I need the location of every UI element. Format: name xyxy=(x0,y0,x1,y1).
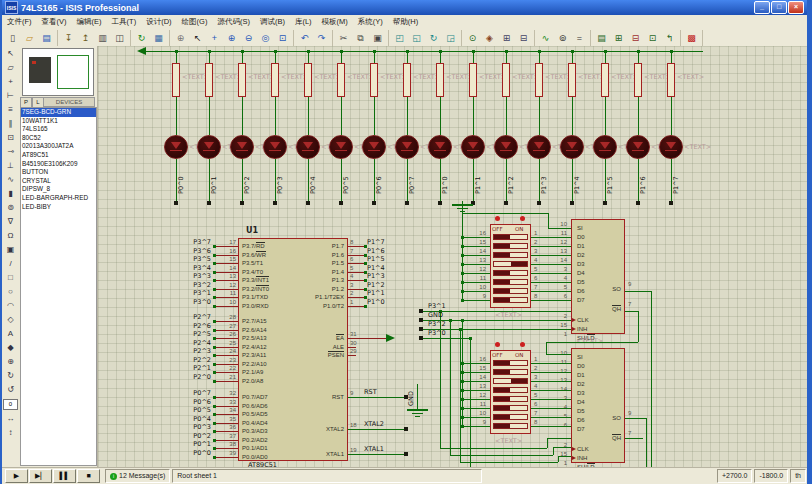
paste-icon[interactable]: ▣ xyxy=(369,30,386,46)
wire[interactable] xyxy=(531,237,571,238)
wire[interactable] xyxy=(548,213,549,228)
wire[interactable] xyxy=(651,291,652,468)
menu-m[interactable]: 模板(M) xyxy=(317,16,353,28)
print-icon[interactable]: ▥ xyxy=(94,30,111,46)
refresh-display-icon[interactable]: ↻ xyxy=(133,30,150,46)
component-mode-icon[interactable]: ▱ xyxy=(4,61,17,74)
wire[interactable] xyxy=(572,51,573,63)
dip-switch-slot[interactable] xyxy=(493,414,528,420)
mark-output-area-icon[interactable]: ◫ xyxy=(111,30,128,46)
dip-switch-slot[interactable] xyxy=(493,297,528,303)
dip-switch-slot[interactable] xyxy=(493,270,528,276)
menu-y[interactable]: 系统(Y) xyxy=(353,16,388,28)
packaging-tool-icon[interactable]: ⊞ xyxy=(498,30,515,46)
wire[interactable] xyxy=(671,97,672,135)
save-file-icon[interactable]: ▤ xyxy=(38,30,55,46)
block-delete-icon[interactable]: ◲ xyxy=(442,30,459,46)
goto-sheet-icon[interactable]: ⊡ xyxy=(644,30,661,46)
wire[interactable] xyxy=(473,97,474,135)
wire[interactable] xyxy=(558,456,571,457)
wire[interactable] xyxy=(625,311,638,312)
new-file-icon[interactable]: ▯ xyxy=(4,30,21,46)
menu-l[interactable]: 库(L) xyxy=(290,16,317,28)
zoom-in-icon[interactable]: ⊕ xyxy=(223,30,240,46)
led-indicator[interactable] xyxy=(197,135,221,159)
menu-t[interactable]: 工具(T) xyxy=(107,16,142,28)
wire[interactable] xyxy=(462,246,490,247)
power-terminal[interactable] xyxy=(386,334,395,342)
mirror-vertical-icon[interactable]: ↕ xyxy=(4,426,17,439)
wire[interactable] xyxy=(462,206,463,300)
wire[interactable] xyxy=(531,390,571,391)
dip-switch-slot[interactable] xyxy=(493,405,528,411)
wire[interactable] xyxy=(553,447,571,448)
resistor[interactable] xyxy=(634,63,642,97)
menu-e[interactable]: 编辑(E) xyxy=(72,16,107,28)
wire[interactable] xyxy=(374,97,375,135)
device-item[interactable]: LED-BARGRAPH-RED xyxy=(21,194,96,203)
wire[interactable] xyxy=(462,273,490,274)
wire[interactable] xyxy=(275,97,276,135)
property-assignment-icon[interactable]: = xyxy=(571,30,588,46)
wire[interactable] xyxy=(638,51,639,63)
wire[interactable] xyxy=(539,97,540,135)
led-indicator[interactable] xyxy=(659,135,683,159)
wire[interactable] xyxy=(548,228,571,229)
pick-parts-icon[interactable]: ⊙ xyxy=(464,30,481,46)
block-copy-icon[interactable]: ◰ xyxy=(391,30,408,46)
led-indicator[interactable] xyxy=(428,135,452,159)
open-folder-icon[interactable]: ▱ xyxy=(21,30,38,46)
junction-dot-mode-icon[interactable]: + xyxy=(4,75,17,88)
wire[interactable] xyxy=(531,264,571,265)
wire[interactable] xyxy=(605,97,606,135)
wire[interactable] xyxy=(462,381,490,382)
device-item[interactable]: CRYSTAL xyxy=(21,177,96,186)
2d-symbol-mode-icon[interactable]: ◆ xyxy=(4,341,17,354)
dip-switch-slot[interactable] xyxy=(493,288,528,294)
minimize-button[interactable]: _ xyxy=(754,1,770,14)
wire[interactable] xyxy=(460,329,461,462)
device-item[interactable]: 02013A300JAT2A xyxy=(21,142,96,151)
resistor[interactable] xyxy=(172,63,180,97)
led-indicator[interactable] xyxy=(164,135,188,159)
dip-switch-slot[interactable] xyxy=(493,279,528,285)
make-device-icon[interactable]: ◈ xyxy=(481,30,498,46)
decompose-icon[interactable]: ⊟ xyxy=(515,30,532,46)
dip-switch-slot[interactable] xyxy=(493,396,528,402)
pan-view-icon[interactable]: + xyxy=(206,30,223,46)
wire[interactable] xyxy=(531,417,571,418)
copy-icon[interactable]: ⧉ xyxy=(352,30,369,46)
wire[interactable] xyxy=(308,51,309,63)
wire[interactable] xyxy=(546,354,571,355)
dip-switch-slot[interactable] xyxy=(493,369,528,375)
resistor[interactable] xyxy=(370,63,378,97)
wire[interactable] xyxy=(450,320,451,455)
maximize-button[interactable]: □ xyxy=(771,1,787,14)
electrical-rule-check-icon[interactable]: ▩ xyxy=(683,30,700,46)
stop-button[interactable]: ■ xyxy=(77,469,100,483)
message-indicator[interactable]: i12 Message(s) xyxy=(105,469,170,483)
menu-b[interactable]: 调试(B) xyxy=(255,16,290,28)
wire[interactable] xyxy=(531,300,571,301)
resistor[interactable] xyxy=(436,63,444,97)
text-script-mode-icon[interactable]: ≡ xyxy=(4,103,17,116)
wire[interactable] xyxy=(625,438,643,439)
select-cursor-icon[interactable]: ↖ xyxy=(189,30,206,46)
schematic-overview[interactable] xyxy=(22,48,94,96)
wire[interactable] xyxy=(341,97,342,135)
cut-icon[interactable]: ✂ xyxy=(335,30,352,46)
menu-g[interactable]: 绘图(G) xyxy=(177,16,213,28)
dip-switch-slot[interactable] xyxy=(493,243,528,249)
terminal-mode-icon[interactable]: ⊸ xyxy=(4,145,17,158)
device-item[interactable]: BUTTON xyxy=(21,168,96,177)
wire[interactable] xyxy=(531,273,571,274)
rotate-clockwise-icon[interactable]: ↻ xyxy=(4,369,17,382)
menu-h[interactable]: 帮助(H) xyxy=(388,16,423,28)
resistor[interactable] xyxy=(304,63,312,97)
design-explorer-icon[interactable]: ▤ xyxy=(593,30,610,46)
led-indicator[interactable] xyxy=(593,135,617,159)
undo-icon[interactable]: ↶ xyxy=(296,30,313,46)
device-item[interactable]: AT89C51 xyxy=(21,151,96,160)
wire[interactable] xyxy=(539,51,540,63)
device-item[interactable]: 80C52 xyxy=(21,134,96,143)
